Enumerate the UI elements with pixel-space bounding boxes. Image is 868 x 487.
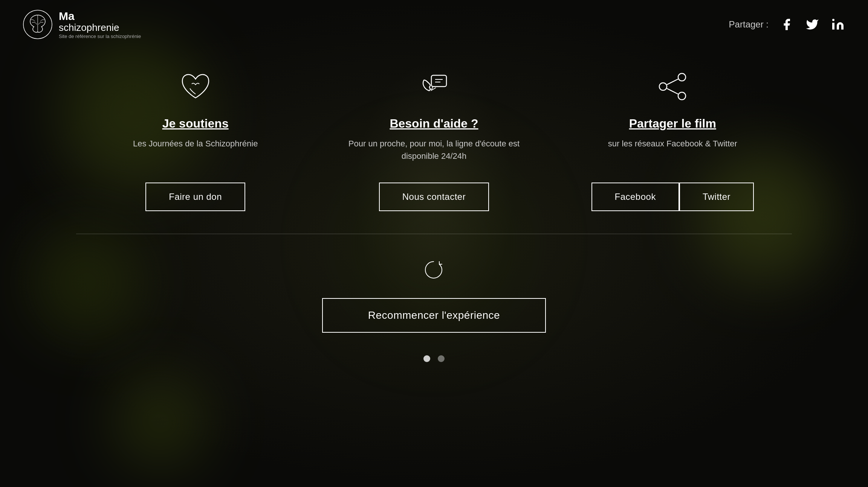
share-label: Partager :: [729, 19, 769, 30]
soutiens-icon: [177, 68, 214, 105]
logo-text: Ma schizophrenie Site de référence sur l…: [59, 10, 141, 39]
facebook-button[interactable]: Facebook: [591, 183, 679, 211]
partager-icon: [654, 68, 691, 105]
header-share: Partager :: [729, 17, 845, 32]
logo-icon: [23, 9, 53, 40]
soutiens-desc: Les Journées de la Schizophrénie: [133, 137, 258, 167]
nav-dots: [423, 355, 445, 362]
logo-ma: Ma: [59, 10, 141, 22]
logo-schizo: schizophrenie: [59, 22, 141, 33]
nav-dot-1[interactable]: [423, 355, 430, 362]
facebook-share-icon[interactable]: [779, 17, 794, 32]
svg-point-7: [659, 83, 667, 90]
soutiens-buttons: Faire un don: [145, 183, 245, 211]
soutiens-title: Je soutiens: [162, 117, 229, 131]
nav-dot-2[interactable]: [438, 355, 445, 362]
twitter-share-icon[interactable]: [805, 17, 820, 32]
partager-buttons: Facebook Twitter: [591, 183, 754, 211]
twitter-button[interactable]: Twitter: [679, 183, 754, 211]
main-content: Je soutiens Les Journées de la Schizophr…: [0, 68, 868, 487]
aide-desc: Pour un proche, pour moi, la ligne d'éco…: [345, 137, 523, 167]
restart-button[interactable]: Recommencer l'expérience: [322, 298, 546, 333]
card-aide: Besoin d'aide ? Pour un proche, pour moi…: [315, 68, 553, 211]
divider: [76, 234, 792, 234]
svg-rect-1: [832, 23, 834, 30]
header: Ma schizophrenie Site de référence sur l…: [0, 0, 868, 49]
svg-line-10: [667, 88, 678, 94]
svg-point-6: [678, 73, 686, 81]
nous-contacter-button[interactable]: Nous contacter: [379, 183, 489, 211]
card-partager: Partager le film sur les réseaux Faceboo…: [553, 68, 792, 211]
logo-area: Ma schizophrenie Site de référence sur l…: [23, 9, 141, 40]
partager-title: Partager le film: [629, 117, 716, 131]
aide-title: Besoin d'aide ?: [390, 117, 478, 131]
cards-row: Je soutiens Les Journées de la Schizophr…: [76, 68, 792, 211]
svg-point-8: [678, 92, 686, 100]
svg-point-2: [832, 19, 834, 21]
partager-desc: sur les réseaux Facebook & Twitter: [608, 137, 737, 167]
card-soutiens: Je soutiens Les Journées de la Schizophr…: [76, 68, 315, 211]
svg-rect-3: [431, 75, 446, 87]
bottom-section: Recommencer l'expérience: [322, 257, 546, 362]
logo-schizo-text: schizophrenie: [59, 22, 119, 33]
faire-don-button[interactable]: Faire un don: [145, 183, 245, 211]
aide-icon: [415, 68, 453, 105]
replay-icon: [421, 257, 447, 283]
logo-ma-text: Ma: [59, 10, 75, 22]
logo-tagline: Site de référence sur la schizophrénie: [59, 34, 141, 39]
aide-buttons: Nous contacter: [379, 183, 489, 211]
svg-line-9: [667, 79, 678, 85]
linkedin-share-icon[interactable]: [830, 17, 845, 32]
